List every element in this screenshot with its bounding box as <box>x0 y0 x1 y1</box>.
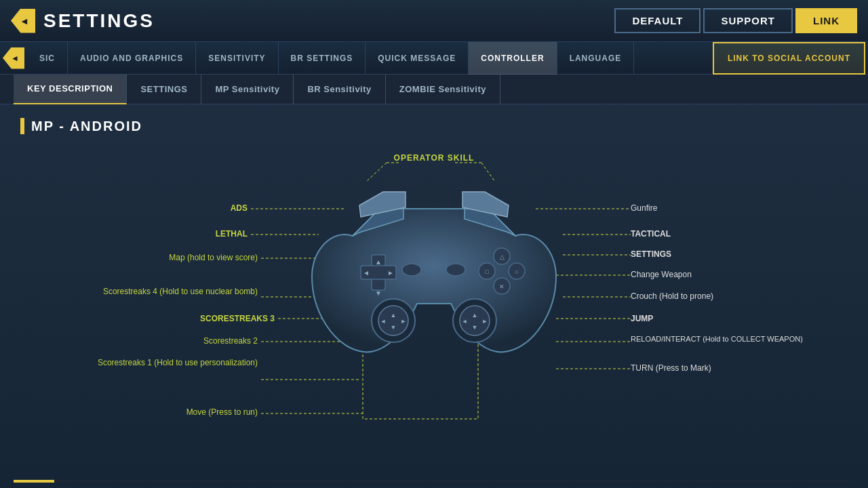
nav-back-button[interactable]: ◄ <box>3 47 24 69</box>
label-map: Map (hold to view score) <box>20 253 258 262</box>
label-scorestreaks1: Scorestreaks 1 (Hold to use personalizat… <box>20 358 258 369</box>
label-crouch: Crouch (Hold to prone) <box>631 291 848 301</box>
label-ads: ADS <box>20 203 248 213</box>
sub-tabs: KEY DESCRIPTION SETTINGS MP Sensitivity … <box>0 75 868 104</box>
subtab-br-sensitivity[interactable]: BR Sensitivity <box>294 75 385 104</box>
svg-text:✕: ✕ <box>499 283 505 290</box>
label-gunfire: Gunfire <box>631 203 848 213</box>
label-reload: RELOAD/INTERACT (Hold to COLLECT WEAPON) <box>631 334 821 344</box>
tab-sensitivity[interactable]: SENSITIVITY <box>196 42 278 75</box>
svg-text:□: □ <box>485 268 489 275</box>
subtab-key-description[interactable]: KEY DESCRIPTION <box>14 75 127 104</box>
svg-point-27 <box>402 264 421 276</box>
main-content: MP - ANDROID OPERATOR SKILL <box>0 104 868 488</box>
tab-quick[interactable]: QUICK MESSAGE <box>366 42 469 75</box>
subtab-settings[interactable]: SETTINGS <box>127 75 201 104</box>
section-title-text: MP - ANDROID <box>31 119 142 134</box>
scroll-thumb <box>14 480 54 483</box>
subtab-zombie-sensitivity[interactable]: ZOMBIE Sensitivity <box>386 75 500 104</box>
subtab-mp-sensitivity[interactable]: MP Sensitivity <box>201 75 294 104</box>
support-button[interactable]: SUPPORT <box>703 8 793 33</box>
tab-br[interactable]: BR SETTINGS <box>279 42 366 75</box>
title-bar-accent <box>20 118 24 134</box>
scroll-track <box>14 480 854 483</box>
tab-basic[interactable]: SIC <box>27 42 68 75</box>
section-title: MP - ANDROID <box>20 118 848 134</box>
top-bar-left: ◄ SETTINGS <box>11 9 155 33</box>
svg-text:◄: ◄ <box>380 318 387 325</box>
nav-back-icon: ◄ <box>11 54 19 63</box>
back-icon: ◄ <box>20 16 29 26</box>
tab-controller[interactable]: CONTROLLER <box>469 42 557 75</box>
svg-text:▲: ▲ <box>375 258 382 266</box>
back-button[interactable]: ◄ <box>11 9 35 33</box>
svg-text:△: △ <box>500 253 505 260</box>
svg-text:▲: ▲ <box>472 312 478 319</box>
label-change-weapon: Change Weapon <box>631 270 848 279</box>
controller-diagram: OPERATOR SKILL <box>20 148 848 439</box>
svg-text:◄: ◄ <box>462 318 468 325</box>
controller-image: ▲ ▼ ◄ ► △ □ ○ ✕ <box>305 155 563 388</box>
label-move: Move (Press to run) <box>20 407 258 417</box>
svg-text:○: ○ <box>515 268 518 275</box>
tab-social[interactable]: LINK TO SOCIAL ACCOUNT <box>713 42 865 75</box>
svg-text:▼: ▼ <box>391 324 397 331</box>
label-lethal: LETHAL <box>20 229 248 239</box>
svg-text:▼: ▼ <box>375 289 382 297</box>
svg-text:►: ► <box>482 318 488 325</box>
tab-language[interactable]: LANGUAGE <box>557 42 635 75</box>
svg-text:▼: ▼ <box>472 324 478 331</box>
label-scorestreaks2: Scorestreaks 2 <box>20 336 258 346</box>
svg-text:▲: ▲ <box>391 312 397 319</box>
nav-tabs: ◄ SIC AUDIO AND GRAPHICS SENSITIVITY BR … <box>0 42 868 75</box>
label-scorestreaks3: SCORESTREAKS 3 <box>20 314 275 323</box>
link-button[interactable]: LINK <box>795 8 857 33</box>
svg-point-28 <box>446 264 465 276</box>
top-bar: ◄ SETTINGS DEFAULT SUPPORT LINK <box>0 0 868 42</box>
default-button[interactable]: DEFAULT <box>614 8 701 33</box>
tab-audio[interactable]: AUDIO AND GRAPHICS <box>68 42 196 75</box>
top-bar-buttons: DEFAULT SUPPORT LINK <box>614 8 857 33</box>
svg-text:►: ► <box>401 318 407 325</box>
svg-text:►: ► <box>387 269 394 277</box>
label-turn: TURN (Press to Mark) <box>631 363 848 373</box>
label-settings: SETTINGS <box>631 249 848 259</box>
label-scorestreaks4: Scorestreaks 4 (Hold to use nuclear bomb… <box>20 287 258 298</box>
svg-text:◄: ◄ <box>363 269 370 277</box>
label-jump: JUMP <box>631 314 848 323</box>
label-tactical: TACTICAL <box>631 229 848 239</box>
app-title: SETTINGS <box>43 10 155 32</box>
